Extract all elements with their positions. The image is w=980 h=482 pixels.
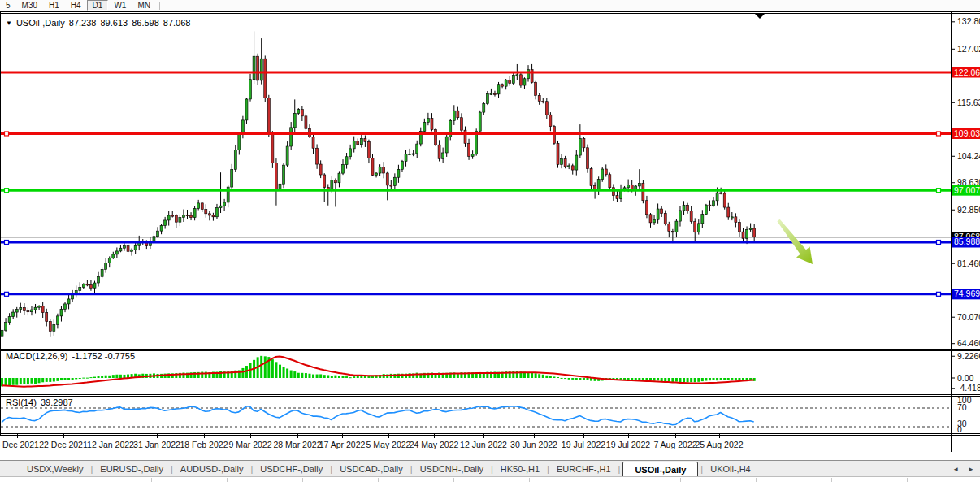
chart-symbol-label: USOil-,Daily: [16, 18, 65, 28]
price-label-text: 122.066: [954, 67, 980, 77]
ohlc-low: 86.598: [132, 18, 159, 28]
chart-tab-eurchf-h1[interactable]: EURCHF-,H1: [549, 462, 618, 477]
chart-tab-eurusd-daily[interactable]: EURUSD-,Daily: [93, 462, 171, 477]
ohlc-close: 87.068: [163, 18, 191, 28]
bottom-strip-separator: [605, 478, 605, 482]
chart-tab-bar: USDX,Weekly|EURUSD-,Daily|AUDUSD-,Daily|…: [0, 460, 980, 477]
date-tick-label: 18 Feb 2022: [180, 440, 228, 449]
macd-signal-line: [2, 357, 754, 387]
macd-name: MACD(12,26,9): [6, 351, 67, 361]
horizontal-lines: [1, 72, 951, 296]
price-tick-label: 127.020: [957, 44, 980, 54]
hline-handle-109.036[interactable]: [5, 132, 9, 136]
date-tick-label: 30 Jun 2022: [510, 440, 557, 449]
bottom-strip-separator: [76, 478, 76, 482]
chart-tab-audusd-daily[interactable]: AUDUSD-,Daily: [173, 462, 251, 477]
price-label-text: 97.007: [954, 185, 980, 195]
macd-axis-label: 0.00: [957, 373, 974, 383]
bottom-strip-separator: [302, 478, 303, 482]
bottom-strip-separator: [529, 478, 530, 482]
hline-handle-74.969[interactable]: [5, 292, 9, 296]
bottom-strip-separator: [756, 478, 757, 482]
bottom-strip: [0, 476, 980, 482]
chart-tabs: USDX,Weekly|EURUSD-,Daily|AUDUSD-,Daily|…: [0, 461, 758, 477]
tab-scroll-arrows: ◄ ►: [952, 461, 980, 477]
date-tick-label: 24 May 2022: [410, 440, 459, 449]
price-tick-label: 115.630: [957, 98, 980, 107]
date-tick-label: 19 Jul 2022: [562, 440, 605, 449]
date-tick-label: 7 Aug 2022: [653, 440, 696, 449]
price-tick-label: 92.850: [957, 205, 980, 215]
date-tick-label: 9 Mar 2022: [228, 440, 271, 449]
price-tick-label: 64.460: [957, 338, 980, 348]
price-label-text: 85.988: [954, 237, 980, 246]
price-tick-label: 70.070: [957, 312, 980, 322]
price-label-text: 109.036: [954, 128, 980, 138]
price-label-text: 74.969: [954, 289, 980, 298]
price-axis: 132.800127.020115.630104.24098.63092.850…: [951, 16, 980, 348]
hline-handle-85.988[interactable]: [937, 240, 941, 244]
macd-axis-label: 9.2266: [957, 351, 980, 361]
rsi-indicator-label: RSI(14) 39.2987: [6, 397, 73, 407]
macd-indicator-label: MACD(12,26,9) -1.1752 -0.7755: [6, 351, 135, 361]
date-tick-label: 25 Aug 2022: [696, 440, 744, 449]
bottom-strip-separator: [831, 478, 832, 482]
hline-handle-85.988[interactable]: [5, 240, 9, 244]
hline-handle-109.036[interactable]: [937, 132, 941, 136]
hline-handle-97.007[interactable]: [5, 189, 9, 193]
date-axis: 3 Dec 202122 Dec 202112 Jan 202231 Jan 2…: [0, 434, 744, 449]
hline-handle-74.969[interactable]: [937, 292, 941, 296]
chart-tab-usdchf-daily[interactable]: USDCHF-,Daily: [253, 462, 330, 477]
macd-axis-label: -4.4188: [957, 383, 980, 393]
chart-title: ▼ USOil-,Daily 87.238 89.613 86.598 87.0…: [6, 18, 190, 28]
tab-separator: |: [618, 462, 621, 477]
date-tick-label: 31 Jan 2022: [133, 440, 180, 449]
date-tick-label: 19 Jul 2022: [606, 440, 650, 449]
candlestick-series: [1, 31, 756, 337]
price-tick-label: 132.800: [957, 16, 980, 26]
date-tick-label: 12 Jan 2022: [87, 440, 134, 449]
collapse-triangle-icon[interactable]: ▼: [6, 20, 12, 27]
macd-panel: 9.22660.00-4.4188: [1, 351, 980, 393]
price-tick-label: 104.240: [957, 151, 980, 161]
chart-tab-usoil-daily[interactable]: USOil-,Daily: [622, 462, 698, 478]
ohlc-open: 87.238: [69, 18, 97, 28]
rsi-name: RSI(14): [6, 397, 37, 407]
chart-tab-hk50-h1[interactable]: HK50-,H1: [493, 462, 547, 477]
bottom-strip-separator: [680, 478, 681, 482]
chart-tab-usdcad-daily[interactable]: USDCAD-,Daily: [332, 462, 410, 477]
date-tick-label: 22 Dec 2021: [39, 440, 88, 449]
bottom-strip-separator: [227, 478, 228, 482]
panel-borders: [0, 11, 980, 452]
ohlc-high: 89.613: [100, 18, 128, 28]
date-tick-label: 28 Mar 2022: [274, 440, 322, 449]
bottom-strip-separator: [378, 478, 379, 482]
rsi-line: [2, 406, 754, 425]
chart-tab-usdcnh-daily[interactable]: USDCNH-,Daily: [413, 462, 491, 477]
chart-canvas: 132.800127.020115.630104.24098.63092.850…: [0, 0, 980, 482]
rsi-value: 39.2987: [41, 397, 73, 407]
rsi-axis-label: 70: [957, 402, 967, 412]
rsi-axis-label: 0: [957, 424, 962, 434]
tab-scroll-left-icon[interactable]: ◄: [952, 466, 959, 473]
bottom-strip-separator: [151, 478, 152, 482]
date-tick-label: 17 Apr 2022: [319, 440, 366, 449]
bottom-strip-separator: [453, 478, 454, 482]
chart-tab-ukoil-h4[interactable]: UKOil-,H4: [703, 462, 758, 477]
hline-handle-97.007[interactable]: [937, 189, 941, 193]
rsi-panel: 10070300: [1, 395, 972, 434]
date-tick-label: 12 Jun 2022: [460, 440, 507, 449]
date-tick-label: 3 Dec 2021: [0, 440, 39, 449]
bottom-strip-separator: [907, 478, 908, 482]
tab-scroll-right-icon[interactable]: ►: [968, 466, 974, 473]
chart-shift-triangle-icon[interactable]: [755, 14, 765, 19]
chart-tab-usdx-weekly[interactable]: USDX,Weekly: [20, 462, 90, 477]
price-tick-label: 81.460: [957, 258, 980, 268]
trading-terminal-window: 5M30H1H4D1W1MN 132.800127.020115.630104.…: [0, 0, 980, 482]
date-tick-label: 5 May 2022: [366, 440, 411, 449]
macd-values: -1.1752 -0.7755: [72, 351, 135, 361]
